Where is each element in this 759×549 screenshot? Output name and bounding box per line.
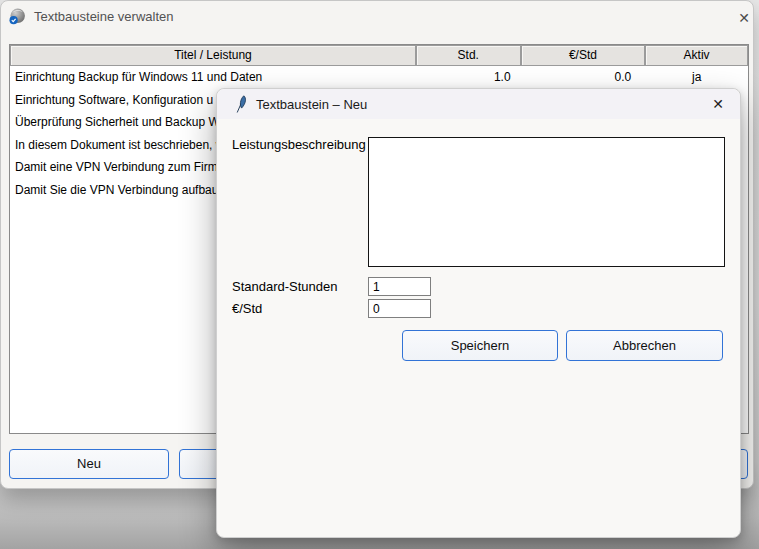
eur-std-input[interactable] (368, 299, 431, 318)
desktop-background: Textbausteine verwalten ✕ Titel / Leistu… (0, 0, 759, 549)
main-titlebar[interactable]: Textbausteine verwalten ✕ (1, 1, 753, 35)
dialog-titlebar[interactable]: Textbaustein – Neu ✕ (217, 89, 740, 119)
main-window-title: Textbausteine verwalten (34, 1, 173, 33)
main-close-icon[interactable]: ✕ (732, 6, 756, 30)
abbrechen-button[interactable]: Abbrechen (566, 330, 723, 361)
feather-icon (234, 95, 247, 113)
cell-titel: Einrichtung Backup für Windows 11 und Da… (10, 66, 416, 89)
dialog-close-icon[interactable]: ✕ (706, 92, 730, 116)
dialog-textbaustein-neu: Textbaustein – Neu ✕ Leistungsbeschreibu… (216, 88, 741, 538)
speichern-button[interactable]: Speichern (402, 330, 558, 361)
eur-std-label: €/Std (232, 301, 262, 316)
column-header-eur-std[interactable]: €/Std (521, 45, 646, 66)
standard-stunden-label: Standard-Stunden (232, 279, 338, 294)
cell-aktiv: ja (645, 66, 748, 89)
cell-std: 1.0 (416, 66, 521, 89)
column-header-aktiv[interactable]: Aktiv (645, 45, 748, 66)
table-header: Titel / Leistung Std. €/Std Aktiv (10, 45, 748, 66)
table-row[interactable]: Einrichtung Backup für Windows 11 und Da… (10, 66, 748, 89)
cell-eur: 0.0 (521, 66, 646, 89)
dialog-title: Textbaustein – Neu (256, 97, 367, 112)
leistungsbeschreibung-textarea[interactable] (368, 137, 725, 267)
column-header-std[interactable]: Std. (416, 45, 521, 66)
neu-button[interactable]: Neu (9, 449, 169, 479)
app-globe-shield-icon (9, 8, 26, 25)
column-header-titel-leistung[interactable]: Titel / Leistung (10, 45, 416, 66)
leistungsbeschreibung-label: Leistungsbeschreibung (232, 137, 366, 152)
standard-stunden-input[interactable] (368, 277, 431, 296)
